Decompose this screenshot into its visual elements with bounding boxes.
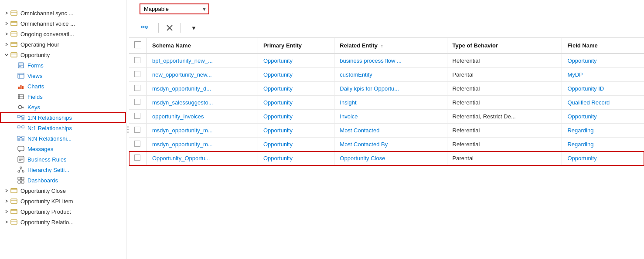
row-checkbox[interactable] [134,85,140,91]
table-row[interactable]: msdyn_opportunity_d...OpportunityDaily k… [129,82,644,96]
row-checkbox[interactable] [134,141,140,147]
sidebar-item-n1-relationships[interactable]: N:1 Relationships [0,123,126,133]
primary-entity-cell[interactable]: Opportunity [258,68,334,82]
sidebar-item-1n-relationships[interactable]: 1:N Relationships [0,112,126,123]
type-select[interactable]: Mappable All [140,3,209,14]
row-checkbox[interactable] [134,71,140,77]
related-entity-cell[interactable]: Most Contacted By [334,138,447,151]
sidebar-item-charts[interactable]: Charts [0,81,126,91]
sidebar-item-hierarchy-settings[interactable]: Hierarchy Setti... [0,165,126,175]
svg-line-48 [19,170,21,171]
field-name-cell[interactable]: Opportunity [562,54,644,68]
sidebar-item-omnichannel-voice[interactable]: Omnichannel voice ... [0,18,126,29]
related-entity-cell[interactable]: Opportunity Close [334,151,447,165]
row-checkbox[interactable] [134,99,140,105]
select-all-checkbox[interactable] [134,41,141,48]
primary-entity-cell[interactable]: Opportunity [258,54,334,68]
svg-rect-50 [18,177,20,180]
table-row[interactable]: msdyn_salessuggesto...OpportunityInsight… [129,96,644,110]
schema-name-cell[interactable]: msdyn_opportunity_m... [147,124,258,138]
type-bar: Mappable All ▼ [129,0,644,18]
table-row[interactable]: Opportunity_Opportu...OpportunityOpportu… [129,151,644,165]
field-name-cell[interactable]: Opportunity [562,110,644,124]
svg-point-46 [22,171,24,172]
svg-rect-60 [11,220,17,224]
primary-entity-cell[interactable]: Opportunity [258,151,334,165]
row-checkbox[interactable] [134,57,140,63]
schema-name-cell[interactable]: bpf_opportunity_new_... [147,54,258,68]
schema-name-cell[interactable]: msdyn_salessuggesto... [147,96,258,110]
sidebar-item-keys[interactable]: Keys [0,102,126,112]
behavior-cell: Parental [447,151,562,165]
th-type-behavior[interactable]: Type of Behavior [447,38,562,54]
sort-up-icon: ↑ [381,44,383,48]
svg-rect-14 [18,73,24,78]
delete-button[interactable] [162,22,177,34]
row-checkbox[interactable] [134,155,140,161]
sidebar-item-views[interactable]: Views [0,71,126,81]
schema-name-cell[interactable]: msdyn_opportunity_d... [147,82,258,96]
primary-entity-cell[interactable]: Opportunity [258,138,334,151]
sidebar-item-messages[interactable]: Messages [0,144,126,154]
main-content: Mappable All ▼ [129,0,644,259]
sidebar-item-label-opportunity-close: Opportunity Close [20,188,66,194]
sidebar-item-operating-hour[interactable]: Operating Hour [0,39,126,50]
field-name-cell[interactable]: MyDP [562,68,644,82]
type-select-container: Mappable All ▼ [140,3,209,14]
related-entity-cell[interactable]: business process flow ... [334,54,447,68]
sidebar-item-opportunity-relatio[interactable]: Opportunity Relatio... [0,217,126,227]
schema-name-cell[interactable]: Opportunity_Opportu... [147,151,258,165]
schema-name-cell[interactable]: new_opportunity_new... [147,68,258,82]
sidebar-item-opportunity-product[interactable]: Opportunity Product [0,206,126,217]
primary-entity-cell[interactable]: Opportunity [258,82,334,96]
row-checkbox[interactable] [134,127,140,133]
entity-icon [10,187,18,195]
schema-name-cell[interactable]: msdyn_opportunity_m... [147,138,258,151]
chevron-icon-ongoing-conversation [4,32,10,36]
table-row[interactable]: msdyn_opportunity_m...OpportunityMost Co… [129,124,644,138]
related-entity-cell[interactable]: Invoice [334,110,447,124]
sidebar-item-label-opportunity-product: Opportunity Product [20,209,71,215]
new-relationship-button[interactable] [136,22,155,34]
toolbar-separator-2 [181,23,181,33]
field-name-cell[interactable]: Qualified Record [562,96,644,110]
field-name-cell[interactable]: Regarding [562,138,644,151]
sidebar-item-opportunity-kpi[interactable]: Opportunity KPI Item [0,196,126,206]
sidebar-item-forms[interactable]: Forms [0,60,126,71]
schema-name-cell[interactable]: opportunity_invoices [147,110,258,124]
th-primary-entity[interactable]: Primary Entity [258,38,334,54]
th-schema-name[interactable]: Schema Name [147,38,258,54]
primary-entity-cell[interactable]: Opportunity [258,110,334,124]
svg-rect-53 [21,181,24,183]
sidebar-item-nn-relationships[interactable]: N:N Relationshi... [0,133,126,144]
field-name-cell[interactable]: Opportunity [562,151,644,165]
sidebar-item-ongoing-conversation[interactable]: Ongoing conversati... [0,29,126,39]
table-row[interactable]: msdyn_opportunity_m...OpportunityMost Co… [129,138,644,151]
sidebar-item-business-rules[interactable]: Business Rules [0,154,126,165]
sidebar-item-omnichannel-sync[interactable]: Omnichannel sync ... [0,8,126,18]
th-field-name[interactable]: Field Name [562,38,644,54]
primary-entity-cell[interactable]: Opportunity [258,124,334,138]
field-name-cell[interactable]: Opportunity ID [562,82,644,96]
sidebar-item-opportunity[interactable]: Opportunity [0,50,126,60]
sidebar-item-label-omnichannel-voice: Omnichannel voice ... [20,20,75,27]
table-row[interactable]: bpf_opportunity_new_...Opportunitybusine… [129,54,644,68]
table-row[interactable]: opportunity_invoicesOpportunityInvoiceRe… [129,110,644,124]
related-entity-cell[interactable]: customEntity [334,68,447,82]
sidebar-item-dashboards[interactable]: Dashboards [0,175,126,185]
sidebar-item-label-messages: Messages [27,146,53,152]
related-entity-cell[interactable]: Insight [334,96,447,110]
field-name-cell[interactable]: Regarding [562,124,644,138]
row-checkbox[interactable] [134,113,140,119]
sidebar-item-opportunity-close[interactable]: Opportunity Close [0,185,126,196]
row-checkbox-cell [129,96,147,110]
primary-entity-cell[interactable]: Opportunity [258,96,334,110]
sidebar-item-fields[interactable]: Fields [0,91,126,102]
th-related-entity[interactable]: Related Entity ↑ [334,38,447,54]
related-entity-cell[interactable]: Daily kpis for Opportu... [334,82,447,96]
related-entity-cell[interactable]: Most Contacted [334,124,447,138]
table-row[interactable]: new_opportunity_new...OpportunitycustomE… [129,68,644,82]
more-actions-button[interactable]: ▼ [184,22,201,34]
table-header-row: Schema Name Primary Entity Related Entit… [129,38,644,54]
behavior-cell: Referential [447,54,562,68]
